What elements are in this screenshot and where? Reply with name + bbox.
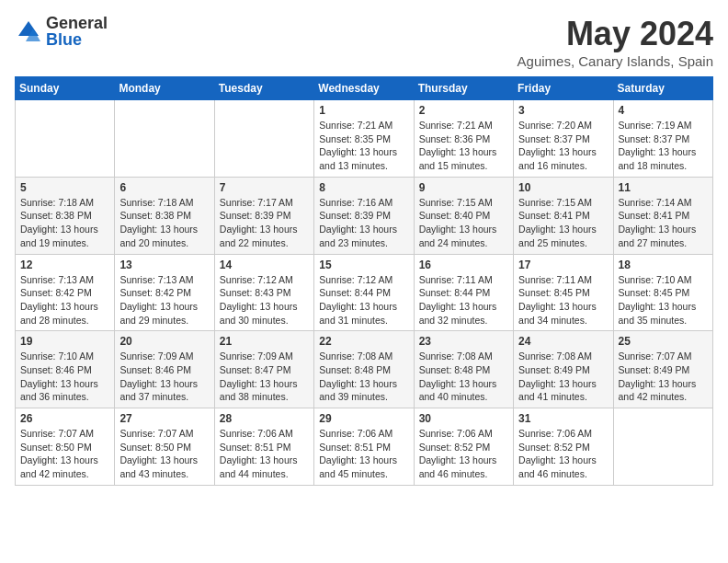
day-number: 11 (619, 181, 708, 194)
day-info: Sunrise: 7:07 AM Sunset: 8:50 PM Dayligh… (20, 427, 109, 481)
calendar-day-cell: 9Sunrise: 7:15 AM Sunset: 8:40 PM Daylig… (414, 177, 513, 254)
day-info: Sunrise: 7:15 AM Sunset: 8:41 PM Dayligh… (518, 196, 608, 250)
day-number: 3 (518, 104, 608, 117)
day-number: 19 (20, 335, 109, 348)
day-number: 26 (20, 412, 109, 425)
calendar-day-header: Wednesday (314, 77, 414, 100)
calendar-day-header: Saturday (613, 77, 712, 100)
day-info: Sunrise: 7:10 AM Sunset: 8:45 PM Dayligh… (619, 273, 708, 327)
calendar-week-row: 19Sunrise: 7:10 AM Sunset: 8:46 PM Dayli… (16, 331, 713, 408)
calendar-day-cell (16, 100, 115, 178)
day-number: 31 (518, 412, 608, 425)
day-info: Sunrise: 7:13 AM Sunset: 8:42 PM Dayligh… (20, 273, 109, 327)
logo-text: General Blue (46, 15, 108, 48)
day-info: Sunrise: 7:10 AM Sunset: 8:46 PM Dayligh… (20, 350, 109, 404)
day-number: 27 (119, 412, 209, 425)
day-info: Sunrise: 7:08 AM Sunset: 8:48 PM Dayligh… (419, 350, 508, 404)
calendar-day-cell: 10Sunrise: 7:15 AM Sunset: 8:41 PM Dayli… (514, 177, 613, 254)
day-number: 22 (319, 335, 408, 348)
calendar-day-cell: 19Sunrise: 7:10 AM Sunset: 8:46 PM Dayli… (16, 331, 115, 408)
day-number: 5 (20, 181, 109, 194)
location: Aguimes, Canary Islands, Spain (518, 53, 713, 69)
day-info: Sunrise: 7:14 AM Sunset: 8:41 PM Dayligh… (619, 196, 708, 250)
calendar-day-cell (613, 408, 712, 486)
calendar-day-cell: 23Sunrise: 7:08 AM Sunset: 8:48 PM Dayli… (414, 331, 513, 408)
day-info: Sunrise: 7:11 AM Sunset: 8:45 PM Dayligh… (518, 273, 608, 327)
day-number: 25 (619, 335, 708, 348)
logo-blue: Blue (46, 31, 108, 48)
day-info: Sunrise: 7:13 AM Sunset: 8:42 PM Dayligh… (119, 273, 209, 327)
calendar-day-cell: 20Sunrise: 7:09 AM Sunset: 8:46 PM Dayli… (115, 331, 214, 408)
calendar-day-cell: 1Sunrise: 7:21 AM Sunset: 8:35 PM Daylig… (314, 100, 414, 178)
day-number: 14 (220, 259, 309, 271)
day-info: Sunrise: 7:17 AM Sunset: 8:39 PM Dayligh… (220, 196, 309, 250)
calendar-header-row: SundayMondayTuesdayWednesdayThursdayFrid… (16, 77, 713, 100)
calendar-day-cell: 24Sunrise: 7:08 AM Sunset: 8:49 PM Dayli… (514, 331, 613, 408)
calendar-day-cell: 25Sunrise: 7:07 AM Sunset: 8:49 PM Dayli… (613, 331, 712, 408)
day-number: 23 (419, 335, 508, 348)
logo: General Blue (15, 15, 108, 48)
calendar-day-cell: 13Sunrise: 7:13 AM Sunset: 8:42 PM Dayli… (115, 254, 214, 331)
day-number: 20 (119, 335, 209, 348)
calendar-day-cell: 21Sunrise: 7:09 AM Sunset: 8:47 PM Dayli… (214, 331, 313, 408)
calendar-day-cell: 12Sunrise: 7:13 AM Sunset: 8:42 PM Dayli… (16, 254, 115, 331)
day-info: Sunrise: 7:16 AM Sunset: 8:39 PM Dayligh… (319, 196, 408, 250)
calendar-day-cell: 29Sunrise: 7:06 AM Sunset: 8:51 PM Dayli… (314, 408, 414, 486)
calendar-day-cell: 18Sunrise: 7:10 AM Sunset: 8:45 PM Dayli… (613, 254, 712, 331)
day-number: 2 (419, 104, 508, 117)
calendar-day-cell: 22Sunrise: 7:08 AM Sunset: 8:48 PM Dayli… (314, 331, 414, 408)
day-info: Sunrise: 7:07 AM Sunset: 8:50 PM Dayligh… (119, 427, 209, 481)
calendar-day-cell: 15Sunrise: 7:12 AM Sunset: 8:44 PM Dayli… (314, 254, 414, 331)
calendar-day-cell: 16Sunrise: 7:11 AM Sunset: 8:44 PM Dayli… (414, 254, 513, 331)
day-info: Sunrise: 7:18 AM Sunset: 8:38 PM Dayligh… (119, 196, 209, 250)
day-number: 1 (319, 104, 408, 117)
calendar-day-header: Monday (115, 77, 214, 100)
day-number: 16 (419, 259, 508, 271)
day-number: 8 (319, 181, 408, 194)
day-info: Sunrise: 7:21 AM Sunset: 8:36 PM Dayligh… (419, 119, 508, 173)
day-number: 4 (619, 104, 708, 117)
day-info: Sunrise: 7:19 AM Sunset: 8:37 PM Dayligh… (619, 119, 708, 173)
logo-general: General (46, 15, 108, 31)
day-number: 30 (419, 412, 508, 425)
day-info: Sunrise: 7:12 AM Sunset: 8:43 PM Dayligh… (220, 273, 309, 327)
day-info: Sunrise: 7:15 AM Sunset: 8:40 PM Dayligh… (419, 196, 508, 250)
day-number: 24 (518, 335, 608, 348)
day-info: Sunrise: 7:07 AM Sunset: 8:49 PM Dayligh… (619, 350, 708, 404)
day-info: Sunrise: 7:08 AM Sunset: 8:49 PM Dayligh… (518, 350, 608, 404)
day-info: Sunrise: 7:06 AM Sunset: 8:51 PM Dayligh… (319, 427, 408, 481)
day-info: Sunrise: 7:20 AM Sunset: 8:37 PM Dayligh… (518, 119, 608, 173)
day-info: Sunrise: 7:12 AM Sunset: 8:44 PM Dayligh… (319, 273, 408, 327)
day-number: 13 (119, 259, 209, 271)
day-number: 6 (119, 181, 209, 194)
calendar-week-row: 5Sunrise: 7:18 AM Sunset: 8:38 PM Daylig… (16, 177, 713, 254)
day-number: 28 (220, 412, 309, 425)
day-info: Sunrise: 7:09 AM Sunset: 8:46 PM Dayligh… (119, 350, 209, 404)
page-header: General Blue May 2024 Aguimes, Canary Is… (15, 15, 713, 69)
day-number: 15 (319, 259, 408, 271)
title-block: May 2024 Aguimes, Canary Islands, Spain (518, 15, 713, 69)
calendar-day-header: Tuesday (214, 77, 313, 100)
calendar-day-cell: 5Sunrise: 7:18 AM Sunset: 8:38 PM Daylig… (16, 177, 115, 254)
day-info: Sunrise: 7:11 AM Sunset: 8:44 PM Dayligh… (419, 273, 508, 327)
calendar-week-row: 26Sunrise: 7:07 AM Sunset: 8:50 PM Dayli… (16, 408, 713, 486)
calendar-day-cell: 3Sunrise: 7:20 AM Sunset: 8:37 PM Daylig… (514, 100, 613, 178)
calendar-day-cell: 27Sunrise: 7:07 AM Sunset: 8:50 PM Dayli… (115, 408, 214, 486)
calendar-day-header: Friday (514, 77, 613, 100)
day-number: 7 (220, 181, 309, 194)
calendar-day-cell: 11Sunrise: 7:14 AM Sunset: 8:41 PM Dayli… (613, 177, 712, 254)
calendar-day-header: Thursday (414, 77, 513, 100)
calendar-day-cell: 26Sunrise: 7:07 AM Sunset: 8:50 PM Dayli… (16, 408, 115, 486)
calendar-day-cell (115, 100, 214, 178)
day-number: 10 (518, 181, 608, 194)
day-number: 21 (220, 335, 309, 348)
calendar-day-header: Sunday (16, 77, 115, 100)
calendar-day-cell: 4Sunrise: 7:19 AM Sunset: 8:37 PM Daylig… (613, 100, 712, 178)
day-info: Sunrise: 7:06 AM Sunset: 8:51 PM Dayligh… (220, 427, 309, 481)
day-number: 12 (20, 259, 109, 271)
day-number: 9 (419, 181, 508, 194)
calendar-day-cell: 8Sunrise: 7:16 AM Sunset: 8:39 PM Daylig… (314, 177, 414, 254)
calendar-day-cell: 28Sunrise: 7:06 AM Sunset: 8:51 PM Dayli… (214, 408, 313, 486)
day-info: Sunrise: 7:08 AM Sunset: 8:48 PM Dayligh… (319, 350, 408, 404)
day-info: Sunrise: 7:21 AM Sunset: 8:35 PM Dayligh… (319, 119, 408, 173)
